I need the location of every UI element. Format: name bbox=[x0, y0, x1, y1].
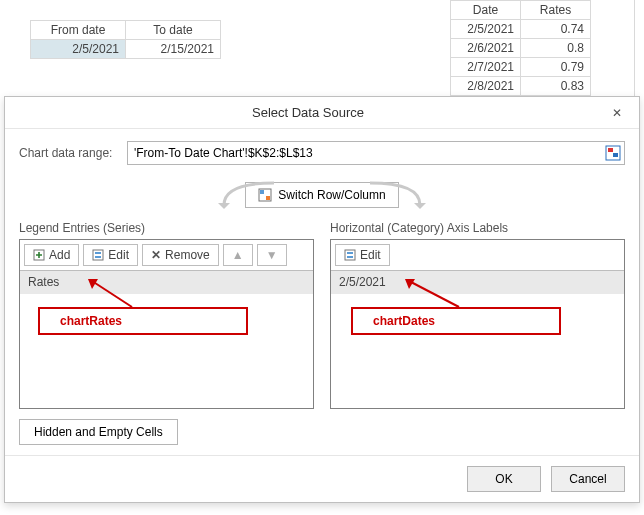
add-series-button[interactable]: Add bbox=[24, 244, 79, 266]
remove-icon: ✕ bbox=[151, 248, 161, 262]
cancel-button[interactable]: Cancel bbox=[551, 466, 625, 492]
range-selector-button[interactable] bbox=[602, 142, 624, 164]
close-icon: ✕ bbox=[612, 106, 622, 120]
dialog-titlebar: Select Data Source ✕ bbox=[5, 97, 639, 129]
table-cell[interactable]: 0.74 bbox=[521, 20, 591, 39]
svg-rect-2 bbox=[613, 153, 618, 157]
axis-labels-panel: Horizontal (Category) Axis Labels Edit 2… bbox=[330, 221, 625, 409]
svg-line-10 bbox=[92, 281, 132, 307]
from-to-table[interactable]: From date To date 2/5/2021 2/15/2021 bbox=[30, 20, 221, 59]
legend-toolbar: Add Edit ✕ Remove ▲ bbox=[20, 240, 313, 271]
date-rates-table[interactable]: Date Rates 2/5/20210.74 2/6/20210.8 2/7/… bbox=[450, 0, 591, 96]
axis-list[interactable]: 2/5/2021 chartDates bbox=[331, 271, 624, 408]
edit-axis-button[interactable]: Edit bbox=[335, 244, 390, 266]
table-cell[interactable]: 2/5/2021 bbox=[451, 20, 521, 39]
svg-rect-8 bbox=[95, 252, 101, 254]
dialog-footer: OK Cancel bbox=[5, 455, 639, 502]
ok-button[interactable]: OK bbox=[467, 466, 541, 492]
to-date-cell[interactable]: 2/15/2021 bbox=[126, 40, 221, 59]
from-date-cell[interactable]: 2/5/2021 bbox=[31, 40, 126, 59]
table-cell[interactable]: 2/6/2021 bbox=[451, 39, 521, 58]
date-header[interactable]: Date bbox=[451, 1, 521, 20]
range-input-wrap bbox=[127, 141, 625, 165]
hidden-empty-cells-button[interactable]: Hidden and Empty Cells bbox=[19, 419, 178, 445]
from-date-header[interactable]: From date bbox=[31, 21, 126, 40]
edit-icon bbox=[344, 249, 356, 261]
legend-caption: Legend Entries (Series) bbox=[19, 221, 314, 235]
axis-caption: Horizontal (Category) Axis Labels bbox=[330, 221, 625, 235]
svg-rect-13 bbox=[347, 256, 353, 258]
add-label: Add bbox=[49, 248, 70, 262]
svg-rect-1 bbox=[608, 148, 613, 152]
svg-line-14 bbox=[409, 281, 459, 307]
chevron-down-icon: ▼ bbox=[266, 248, 278, 262]
select-data-source-dialog: Select Data Source ✕ Chart data range: bbox=[4, 96, 640, 503]
chevron-up-icon: ▲ bbox=[232, 248, 244, 262]
arrow-right-icon bbox=[360, 181, 430, 209]
arrow-left-icon bbox=[214, 181, 284, 209]
annotation-chart-dates: chartDates bbox=[351, 307, 561, 335]
remove-series-button[interactable]: ✕ Remove bbox=[142, 244, 219, 266]
spreadsheet-background: From date To date 2/5/2021 2/15/2021 Dat… bbox=[0, 0, 644, 110]
partial-column bbox=[634, 0, 644, 100]
annotation-arrow-icon bbox=[86, 277, 136, 311]
legend-entries-panel: Legend Entries (Series) Add Edit ✕ bbox=[19, 221, 314, 409]
range-selector-icon bbox=[605, 145, 621, 161]
annotation-chart-rates: chartRates bbox=[38, 307, 248, 335]
axis-toolbar: Edit bbox=[331, 240, 624, 271]
table-cell[interactable]: 0.8 bbox=[521, 39, 591, 58]
edit-label: Edit bbox=[108, 248, 129, 262]
close-button[interactable]: ✕ bbox=[603, 99, 631, 127]
dialog-title: Select Data Source bbox=[13, 105, 603, 120]
move-down-button[interactable]: ▼ bbox=[257, 244, 287, 266]
rates-header[interactable]: Rates bbox=[521, 1, 591, 20]
edit-icon bbox=[92, 249, 104, 261]
table-cell[interactable]: 0.83 bbox=[521, 77, 591, 96]
chart-data-range-input[interactable] bbox=[128, 142, 602, 164]
axis-list-item[interactable]: 2/5/2021 bbox=[331, 271, 624, 294]
annotation-arrow-icon bbox=[403, 277, 463, 311]
table-cell[interactable]: 2/8/2021 bbox=[451, 77, 521, 96]
table-cell[interactable]: 2/7/2021 bbox=[451, 58, 521, 77]
legend-list-item[interactable]: Rates bbox=[20, 271, 313, 294]
remove-label: Remove bbox=[165, 248, 210, 262]
edit-label: Edit bbox=[360, 248, 381, 262]
svg-rect-11 bbox=[345, 250, 355, 260]
edit-series-button[interactable]: Edit bbox=[83, 244, 138, 266]
svg-rect-12 bbox=[347, 252, 353, 254]
add-icon bbox=[33, 249, 45, 261]
svg-rect-9 bbox=[95, 256, 101, 258]
table-cell[interactable]: 0.79 bbox=[521, 58, 591, 77]
legend-list[interactable]: Rates chartRates bbox=[20, 271, 313, 408]
to-date-header[interactable]: To date bbox=[126, 21, 221, 40]
move-up-button[interactable]: ▲ bbox=[223, 244, 253, 266]
svg-rect-7 bbox=[93, 250, 103, 260]
range-label: Chart data range: bbox=[19, 146, 117, 160]
